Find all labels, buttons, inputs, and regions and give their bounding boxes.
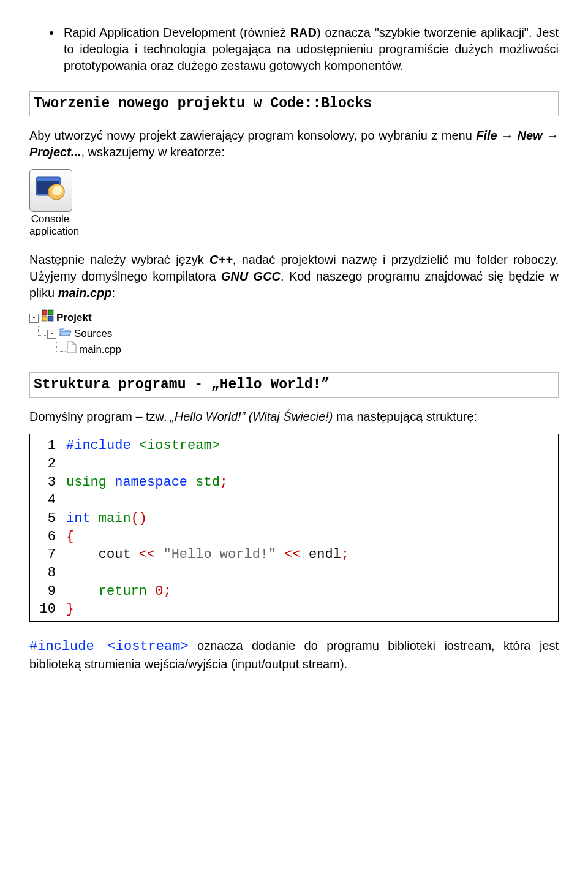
tok: "Hello world!" bbox=[155, 547, 284, 562]
tok: 0 bbox=[155, 584, 163, 599]
p2-main: main.cpp bbox=[58, 286, 112, 300]
tok: } bbox=[66, 601, 74, 617]
tok: std bbox=[195, 475, 220, 490]
tree-projekt-label: Projekt bbox=[56, 310, 92, 326]
create-project-p1: Aby utworzyć nowy projekt zawierający pr… bbox=[29, 127, 559, 160]
console-app-caption: Console application bbox=[29, 213, 71, 237]
hw-hello: „Hello World!” (Witaj Świecie!) bbox=[170, 410, 333, 423]
svg-rect-2 bbox=[42, 310, 47, 315]
svg-rect-5 bbox=[48, 316, 53, 321]
console-app-icon-block: Console application bbox=[29, 169, 559, 237]
tok: { bbox=[66, 529, 74, 545]
p2-d: : bbox=[112, 286, 116, 300]
tok: ; bbox=[220, 475, 228, 490]
tok: ; bbox=[163, 584, 171, 599]
project-tree: - Projekt - Sources bbox=[29, 310, 559, 358]
project-icon bbox=[42, 309, 54, 326]
svg-rect-4 bbox=[42, 316, 47, 321]
tok: int bbox=[66, 511, 99, 526]
tok: cout bbox=[66, 547, 139, 562]
p1-a: Aby utworzyć nowy projekt zawierający pr… bbox=[29, 129, 476, 142]
tok: #include bbox=[66, 438, 139, 453]
code-block: 1 2 3 4 5 6 7 8 9 10 #include <iostream>… bbox=[29, 434, 559, 622]
p2-cpp: C++ bbox=[209, 253, 233, 266]
hello-world-intro: Domyślny program – tzw. „Hello World!” (… bbox=[29, 409, 559, 425]
tok bbox=[66, 584, 99, 599]
section-title-create-project: Tworzenie nowego projektu w Code::Blocks bbox=[29, 91, 559, 116]
intro-list: Rapid Application Development (również R… bbox=[29, 24, 559, 74]
tok: return bbox=[99, 584, 155, 599]
tok: ; bbox=[341, 547, 349, 562]
tok: using bbox=[66, 475, 115, 490]
code-gutter: 1 2 3 4 5 6 7 8 9 10 bbox=[30, 434, 61, 622]
folder-open-icon bbox=[59, 326, 72, 342]
p1-arrow1: → bbox=[497, 129, 518, 142]
tree-row-maincpp: main.cpp bbox=[29, 342, 559, 358]
p1-arrow2: → bbox=[543, 129, 559, 142]
footer-paragraph: #include <iostream> oznacza dodanie do p… bbox=[29, 638, 559, 673]
p1-file: File bbox=[476, 129, 497, 142]
tree-maincpp-label: main.cpp bbox=[79, 342, 121, 358]
svg-rect-3 bbox=[48, 310, 53, 315]
tok: <iostream> bbox=[139, 438, 220, 453]
tok: main bbox=[99, 511, 131, 526]
tree-collapse-icon: - bbox=[29, 314, 39, 323]
p1-b: , wskazujemy w kreatorze: bbox=[81, 145, 225, 159]
footer-include: #include <iostream> bbox=[29, 639, 189, 654]
hw-b: ma następującą strukturę: bbox=[333, 410, 478, 423]
tree-row-sources: - Sources bbox=[29, 326, 559, 342]
section-title-hello-world: Struktura programu - „Hello World!” bbox=[29, 372, 559, 398]
p2-gcc: GNU GCC bbox=[221, 270, 281, 283]
tok: namespace bbox=[115, 475, 195, 490]
intro-list-item: Rapid Application Development (również R… bbox=[61, 24, 559, 74]
console-app-icon bbox=[29, 169, 72, 212]
hw-a: Domyślny program – tzw. bbox=[29, 410, 170, 423]
tok: << bbox=[284, 547, 300, 562]
tree-sources-label: Sources bbox=[74, 326, 112, 342]
code-content: #include <iostream> using namespace std;… bbox=[61, 434, 559, 622]
p1-project: Project... bbox=[29, 145, 81, 159]
create-project-p2: Następnie należy wybrać język C++, nadać… bbox=[29, 252, 559, 301]
file-icon bbox=[67, 341, 77, 358]
p1-new: New bbox=[517, 129, 542, 142]
intro-text-a: Rapid Application Development (również bbox=[64, 26, 290, 39]
tok: << bbox=[139, 547, 155, 562]
tree-row-projekt: - Projekt bbox=[29, 310, 559, 326]
tok: () bbox=[131, 511, 147, 526]
intro-rad: RAD bbox=[290, 26, 317, 39]
tok: endl bbox=[301, 547, 341, 562]
p2-a: Następnie należy wybrać język bbox=[29, 253, 209, 266]
tree-collapse-icon: - bbox=[47, 330, 56, 339]
